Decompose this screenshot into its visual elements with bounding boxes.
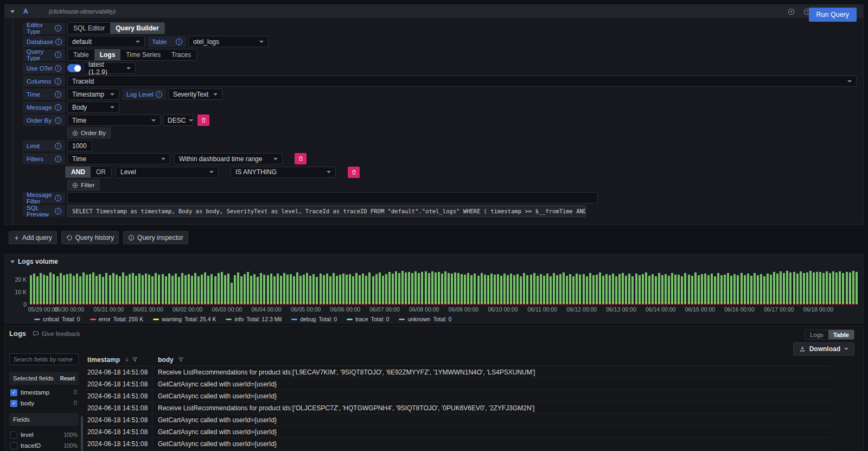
volume-bar[interactable] (204, 272, 206, 304)
volume-bar[interactable] (609, 275, 611, 304)
volume-bar[interactable] (543, 276, 545, 304)
volume-bar[interactable] (326, 274, 328, 304)
info-icon[interactable] (156, 91, 162, 98)
filter-funnel-icon[interactable] (178, 357, 184, 363)
volume-bar[interactable] (194, 273, 196, 305)
volume-bar[interactable] (414, 271, 417, 304)
volume-bar[interactable] (786, 271, 788, 304)
volume-bar[interactable] (293, 276, 295, 304)
volume-bar[interactable] (247, 272, 249, 304)
volume-bar[interactable] (197, 276, 200, 304)
volume-bar[interactable] (379, 272, 381, 304)
order-by-field-select[interactable]: Time (67, 115, 161, 126)
volume-bar[interactable] (309, 276, 311, 304)
volume-bar[interactable] (306, 273, 308, 304)
table-row[interactable]: 2024-06-18 14:51:08GetCartAsync called w… (86, 414, 832, 426)
table-row[interactable]: 2024-06-18 14:51:08GetCartAsync called w… (86, 378, 832, 390)
search-fields-input[interactable] (9, 353, 79, 365)
volume-bar[interactable] (822, 273, 825, 305)
volume-bar[interactable] (102, 277, 104, 304)
volume-bar[interactable] (95, 276, 98, 304)
legend-item-info[interactable]: infoTotal: 12.3 Mil (226, 316, 282, 322)
volume-bar[interactable] (780, 271, 782, 304)
reset-fields-button[interactable]: Reset (60, 376, 75, 382)
volume-bar[interactable] (359, 275, 361, 304)
volume-bar[interactable] (168, 274, 170, 304)
table-row[interactable]: 2024-06-18 14:51:08GetCartAsync called w… (86, 426, 832, 438)
conjunction-option-or[interactable]: OR (91, 167, 111, 177)
volume-bar[interactable] (714, 276, 716, 304)
volume-bar[interactable] (428, 273, 430, 304)
volume-bar[interactable] (119, 276, 121, 304)
volume-bar[interactable] (856, 272, 858, 304)
volume-bar[interactable] (66, 274, 68, 304)
remove-filter2-button[interactable] (348, 167, 360, 178)
otel-version-select[interactable]: latest (1.2.9) (84, 62, 136, 74)
volume-bar[interactable] (411, 273, 413, 304)
volume-bar[interactable] (46, 276, 48, 304)
volume-bar[interactable] (277, 274, 279, 304)
volume-bar[interactable] (474, 274, 476, 304)
volume-bar[interactable] (392, 274, 394, 304)
volume-bar[interactable] (125, 276, 127, 304)
volume-bar[interactable] (658, 273, 660, 304)
volume-bar[interactable] (181, 273, 183, 304)
timestamp-column-header[interactable]: timestamp (86, 356, 152, 364)
volume-bar[interactable] (648, 276, 650, 304)
volume-bar[interactable] (240, 276, 242, 304)
query-row-header[interactable]: A (clickhouse-observability) (5, 5, 863, 18)
volume-bar[interactable] (92, 272, 94, 304)
selected-field-body[interactable]: ✓body⠿ (9, 398, 79, 409)
available-field-level[interactable]: level100% (9, 429, 79, 440)
volume-bar[interactable] (112, 273, 114, 304)
volume-bar[interactable] (849, 272, 851, 304)
editor-type-option-query-builder[interactable]: Query Builder (110, 23, 164, 34)
volume-bar[interactable] (237, 272, 239, 304)
volume-bar[interactable] (622, 273, 624, 304)
volume-bar[interactable] (454, 272, 456, 304)
volume-bar[interactable] (625, 276, 627, 304)
volume-bar[interactable] (329, 276, 331, 304)
volume-bar[interactable] (105, 273, 107, 304)
volume-bar[interactable] (631, 276, 634, 304)
volume-bar[interactable] (299, 276, 302, 304)
table-row[interactable]: 2024-06-18 14:51:08Receive ListRecommend… (86, 402, 832, 414)
conjunction-option-and[interactable]: AND (66, 167, 91, 177)
use-otel-toggle[interactable] (67, 64, 81, 72)
volume-bar[interactable] (602, 276, 604, 304)
sort-desc-icon[interactable] (124, 357, 130, 363)
info-icon[interactable] (176, 39, 182, 45)
volume-bar[interactable] (49, 272, 52, 304)
volume-bar[interactable] (296, 272, 298, 304)
volume-bar[interactable] (750, 276, 752, 304)
volume-bar[interactable] (553, 273, 555, 304)
message-filter-input[interactable] (67, 192, 598, 204)
volume-bar[interactable] (155, 273, 157, 304)
volume-bar[interactable] (342, 274, 344, 304)
volume-bar[interactable] (829, 273, 831, 304)
volume-bar[interactable] (704, 274, 706, 304)
disable-query-icon[interactable] (788, 8, 795, 15)
volume-bar[interactable] (283, 273, 285, 304)
drag-handle-icon[interactable]: ⠿ (73, 389, 78, 396)
selected-field-timestamp[interactable]: ✓timestamp⠿ (9, 387, 79, 398)
info-icon[interactable] (55, 25, 61, 31)
query-inspector-button[interactable]: Query inspector (123, 231, 188, 244)
volume-bar[interactable] (425, 271, 427, 304)
volume-bar[interactable] (56, 276, 59, 304)
volume-bar[interactable] (477, 276, 480, 304)
order-by-direction-select[interactable]: DESC (163, 115, 193, 126)
volume-bar[interactable] (826, 271, 828, 304)
info-icon[interactable] (55, 208, 61, 214)
volume-bar[interactable] (717, 273, 719, 304)
volume-bar[interactable] (253, 274, 256, 304)
volume-bar[interactable] (461, 274, 463, 304)
remove-filter-button[interactable] (295, 153, 307, 164)
volume-bar[interactable] (546, 274, 548, 304)
give-feedback-link[interactable]: Give feedback (33, 331, 80, 337)
logs-volume-title-row[interactable]: Logs volume (10, 258, 858, 265)
volume-bar[interactable] (612, 274, 614, 304)
volume-bar[interactable] (270, 274, 272, 304)
volume-bar[interactable] (599, 272, 601, 304)
volume-bar[interactable] (250, 276, 252, 304)
